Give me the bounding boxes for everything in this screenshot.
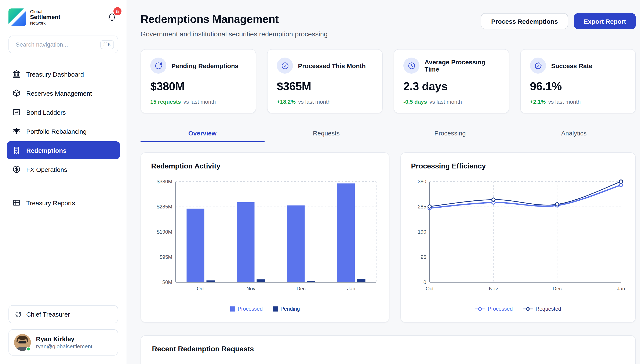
page-title: Redemptions Management	[140, 13, 328, 26]
svg-text:$380M: $380M	[157, 178, 172, 184]
stat-label: Processed This Month	[298, 62, 366, 69]
stat-value: $365M	[277, 80, 373, 93]
svg-text:380: 380	[418, 178, 426, 184]
svg-text:190: 190	[418, 229, 426, 235]
process-redemptions-button[interactable]: Process Redemptions	[481, 13, 568, 29]
sidebar: Global Settlement Network 5 ⌘K Treasury …	[0, 0, 127, 364]
sidebar-item-treasury-reports[interactable]: Treasury Reports	[7, 194, 120, 212]
stat-value: $380M	[150, 80, 246, 93]
sidebar-item-label: Treasury Reports	[26, 199, 75, 206]
line-chart-title: Processing Efficiency	[411, 162, 625, 170]
svg-text:Dec: Dec	[552, 286, 562, 292]
stat-delta: +2.1%vs last month	[530, 98, 626, 105]
brand-line-3: Network	[30, 21, 60, 26]
svg-text:$0M: $0M	[162, 279, 172, 285]
svg-text:95: 95	[420, 254, 426, 260]
sidebar-spacer	[7, 212, 120, 305]
stat-delta: -0.5 daysvs last month	[404, 98, 500, 105]
export-report-button[interactable]: Export Report	[574, 13, 636, 29]
redemption-activity-chart: $0M$95M$190M$285M$380MOctNovDecJan	[151, 176, 380, 301]
tab-overview[interactable]: Overview	[140, 124, 264, 142]
bell-icon	[108, 16, 116, 23]
sidebar-divider	[8, 186, 118, 186]
user-card[interactable]: Ryan Kirkley ryan@globalsettlement...	[8, 329, 118, 356]
reserves-icon	[12, 89, 21, 97]
stat-card-average-processing-time: Average Processing Time2.3 days-0.5 days…	[394, 49, 509, 114]
stat-delta-value: +2.1%	[530, 98, 546, 105]
brand-logo: Global Settlement Network	[8, 8, 60, 26]
svg-text:Jan: Jan	[617, 286, 625, 292]
stat-label: Average Processing Time	[424, 58, 500, 73]
legend-item-processed: Processed	[230, 306, 263, 312]
avatar	[14, 334, 31, 351]
header-actions: Process Redemptions Export Report	[481, 13, 636, 29]
stat-delta-value: +18.2%	[277, 98, 296, 105]
stat-delta-note: vs last month	[184, 98, 216, 105]
search-box[interactable]: ⌘K	[8, 36, 118, 53]
sidebar-item-portfolio-rebalancing[interactable]: Portfolio Rebalancing	[7, 122, 120, 140]
user-name: Ryan Kirkley	[36, 335, 97, 342]
stat-value: 2.3 days	[404, 80, 500, 93]
table-title: Recent Redemption Requests	[152, 345, 624, 354]
legend-label: Processed	[238, 306, 263, 312]
badge-check-icon	[530, 58, 546, 74]
stat-label: Pending Redemptions	[172, 62, 238, 69]
scale-icon	[12, 127, 21, 136]
sidebar-item-bond-ladders[interactable]: Bond Ladders	[7, 103, 120, 121]
tabs: OverviewRequestsProcessingAnalytics	[140, 124, 636, 142]
stat-card-success-rate: Success Rate96.1%+2.1%vs last month	[520, 49, 636, 114]
legend-label: Requested	[536, 306, 561, 312]
sidebar-item-redemptions[interactable]: Redemptions	[7, 141, 120, 159]
svg-text:$285M: $285M	[157, 204, 172, 210]
processing-efficiency-card: Processing Efficiency 095190285380OctNov…	[400, 152, 636, 322]
sidebar-item-reserves-management[interactable]: Reserves Management	[7, 84, 120, 102]
stat-head: Processed This Month	[277, 58, 373, 74]
legend-item-pending: Pending	[273, 306, 300, 312]
svg-text:0: 0	[424, 279, 426, 285]
svg-text:$190M: $190M	[157, 229, 172, 235]
stat-delta-value: 15 requests	[150, 98, 181, 105]
main-content: Redemptions Management Government and in…	[127, 0, 640, 364]
online-status-dot	[26, 347, 31, 351]
sidebar-item-label: Portfolio Rebalancing	[26, 128, 86, 135]
stat-head: Average Processing Time	[404, 58, 500, 74]
role-label: Chief Treasurer	[26, 311, 70, 318]
processing-efficiency-chart: 095190285380OctNovDecJan	[411, 176, 626, 301]
user-meta: Ryan Kirkley ryan@globalsettlement...	[36, 335, 97, 350]
user-email: ryan@globalsettlement...	[36, 343, 97, 350]
redemption-activity-card: Redemption Activity $0M$95M$190M$285M$38…	[140, 152, 390, 322]
brand-line-2: Settlement	[30, 14, 60, 20]
legend-swatch-icon	[273, 306, 278, 312]
stat-delta-note: vs last month	[430, 98, 462, 105]
svg-text:Oct: Oct	[197, 286, 205, 292]
svg-text:Oct: Oct	[426, 286, 434, 292]
reports-icon	[12, 198, 21, 207]
brand-logo-mark	[8, 8, 26, 26]
sidebar-item-label: Bond Ladders	[26, 108, 66, 116]
sidebar-nav: Treasury DashboardReserves ManagementBon…	[7, 65, 120, 178]
brand-line-1: Global	[30, 9, 60, 14]
role-switcher[interactable]: Chief Treasurer	[8, 305, 118, 323]
tab-requests[interactable]: Requests	[264, 124, 388, 142]
sidebar-item-label: Treasury Dashboard	[26, 70, 84, 78]
sidebar-item-fx-operations[interactable]: FX Operations	[7, 160, 120, 178]
legend-item-requested: Requested	[523, 306, 561, 312]
clock-icon	[404, 58, 420, 74]
notification-badge: 5	[114, 7, 122, 15]
sidebar-item-treasury-dashboard[interactable]: Treasury Dashboard	[7, 65, 120, 83]
tab-analytics[interactable]: Analytics	[512, 124, 636, 142]
notifications-button[interactable]: 5	[107, 12, 117, 24]
check-circle-icon	[277, 58, 293, 74]
legend-line-icon	[475, 307, 485, 311]
redemptions-icon	[12, 146, 21, 154]
page-subtitle: Government and institutional securities …	[140, 30, 328, 38]
tab-processing[interactable]: Processing	[388, 124, 512, 142]
brand-text: Global Settlement Network	[30, 9, 60, 26]
search-input[interactable]	[15, 41, 97, 48]
stat-card-pending-redemptions: Pending Redemptions$380M15 requestsvs la…	[140, 49, 256, 114]
sidebar-secondary-nav: Treasury Reports	[7, 194, 120, 212]
charts-row: Redemption Activity $0M$95M$190M$285M$38…	[140, 152, 636, 322]
svg-text:$95M: $95M	[160, 254, 172, 260]
app-root: Global Settlement Network 5 ⌘K Treasury …	[0, 0, 640, 364]
search-shortcut: ⌘K	[100, 40, 114, 49]
